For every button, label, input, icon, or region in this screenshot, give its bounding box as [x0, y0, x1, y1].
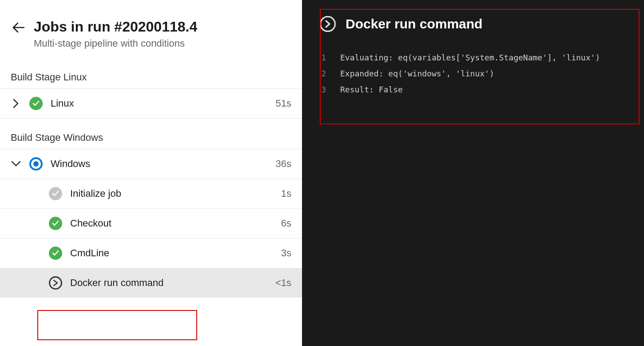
status-success-icon	[29, 97, 43, 110]
task-name: Docker run command	[70, 277, 267, 289]
status-neutral-icon	[49, 187, 62, 200]
arrow-left-icon	[12, 22, 25, 33]
jobs-panel: Jobs in run #20200118.4 Multi-stage pipe…	[0, 0, 302, 346]
task-name: Initialize job	[70, 188, 273, 199]
page-title: Jobs in run #20200118.4	[34, 19, 291, 35]
status-skipped-icon	[49, 276, 62, 290]
job-row-windows[interactable]: Windows 36s	[0, 149, 302, 179]
status-success-icon	[49, 217, 62, 230]
task-name: Checkout	[70, 218, 273, 229]
chevron-down-icon	[11, 161, 21, 167]
task-duration: 1s	[281, 188, 291, 199]
task-row-cmdline[interactable]: CmdLine 3s	[0, 239, 302, 268]
job-name: Linux	[51, 98, 268, 109]
header: Jobs in run #20200118.4 Multi-stage pipe…	[0, 0, 302, 58]
task-row-initialize-job[interactable]: Initialize job 1s	[0, 179, 302, 209]
task-name: CmdLine	[70, 247, 273, 259]
stage-header: Build Stage Linux	[0, 58, 302, 88]
highlight-box-left	[37, 310, 197, 340]
stage-header: Build Stage Windows	[0, 119, 302, 149]
status-success-icon	[49, 247, 62, 260]
job-row-linux[interactable]: Linux 51s	[0, 88, 302, 119]
header-text: Jobs in run #20200118.4 Multi-stage pipe…	[34, 19, 291, 49]
task-duration: <1s	[275, 277, 291, 289]
back-button[interactable]	[12, 22, 25, 33]
task-duration: 6s	[281, 218, 291, 229]
task-row-checkout[interactable]: Checkout 6s	[0, 209, 302, 239]
task-row-docker-run-command[interactable]: Docker run command <1s	[0, 268, 302, 298]
highlight-box-right	[320, 9, 640, 124]
chevron-right-icon	[11, 99, 21, 108]
job-duration: 36s	[276, 158, 291, 170]
task-duration: 3s	[281, 247, 291, 259]
job-name: Windows	[51, 158, 268, 170]
status-running-icon	[29, 157, 43, 171]
page-subtitle: Multi-stage pipeline with conditions	[34, 38, 291, 49]
job-duration: 51s	[276, 98, 291, 109]
